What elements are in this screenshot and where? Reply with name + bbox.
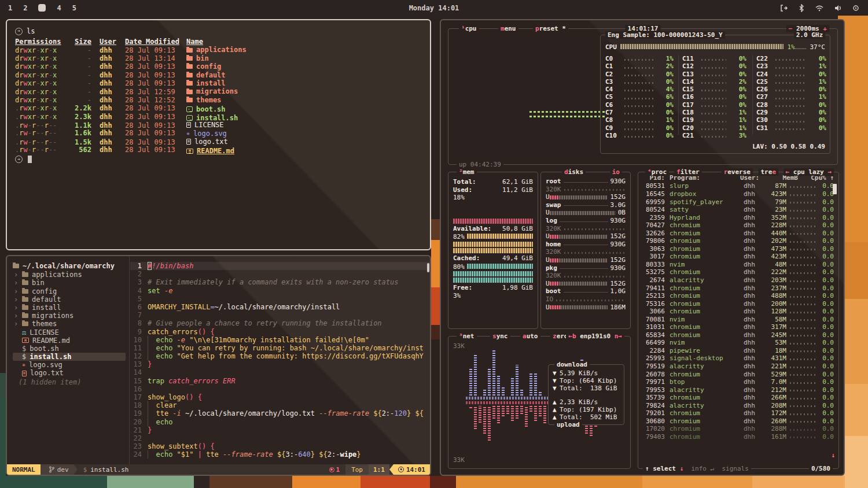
proc-selection-count: 0/580 xyxy=(809,465,833,472)
disks-panel-title[interactable]: disks xyxy=(562,168,586,176)
process-row-2674[interactable]: 2674alacrittydhh203M0.0 xyxy=(638,276,838,284)
proc-footer-hints: ↑ select ↓ info ↵ signals xyxy=(643,465,751,472)
process-row-25213[interactable]: 25213chromiumdhh488M0.0 xyxy=(638,292,838,300)
process-row-79824[interactable]: 79824alacrittydhh208M0.0 xyxy=(638,402,838,410)
bluetooth-icon[interactable] xyxy=(798,4,805,12)
workspace-3-active[interactable] xyxy=(38,4,46,12)
io-toggle[interactable]: io xyxy=(610,168,622,176)
network-icon[interactable] xyxy=(815,4,824,12)
filter-button[interactable]: filter xyxy=(674,168,702,176)
file-tree-root[interactable]: ~/.local/share/omarchy xyxy=(13,262,129,270)
tree-item-logo.txt[interactable]: logo.txt xyxy=(13,369,129,377)
workspace-4[interactable]: 4 xyxy=(57,4,61,12)
code-line-16: 16 xyxy=(130,385,430,393)
process-row-79971[interactable]: 79971btopdhh7.0M0.0 xyxy=(638,378,838,386)
mem-cached-percent: 80% xyxy=(453,263,465,271)
mem-total-value: 62,1 GiB xyxy=(502,178,533,186)
core-row-C6: C60% xyxy=(605,101,674,109)
process-row-3066[interactable]: 3066chromiumdhh128M0.0 xyxy=(638,308,838,316)
code-line-6: 6OMARCHY_INSTALL=~/.local/share/omarchy/… xyxy=(130,303,430,311)
tree-item-boot.sh[interactable]: $boot.sh xyxy=(13,345,129,353)
ls-row: drwxr-xr-x-dhh28 Jul 12:52themes xyxy=(15,96,422,104)
process-row-79201[interactable]: 79201chromiumdhh172M0.0 xyxy=(638,409,838,417)
editor-pane[interactable]: 1#!/bin/bash23# Exit immediately if a co… xyxy=(130,256,430,464)
process-row-66499[interactable]: 66499nvimdhh53M0.0 xyxy=(638,339,838,347)
auto-button[interactable]: auto xyxy=(520,332,540,340)
sync-button[interactable]: sync xyxy=(490,332,510,340)
proc-panel-title[interactable]: ⁴proc xyxy=(645,168,669,176)
code-line-24: 24▏ echo "$1" | tte --frame-rate ${3:-64… xyxy=(130,450,430,459)
disk-entry-pkg: pkg930G320KU152G xyxy=(546,264,626,288)
markdown-icon xyxy=(22,338,29,343)
process-row-79519[interactable]: 79519alacrittydhh221M0.0 xyxy=(638,363,838,371)
process-row-3017[interactable]: 3017chromiumdhh423M0.0 xyxy=(638,253,838,261)
load-average: LAV: 0.50 0.58 0.49 xyxy=(752,143,825,150)
logout-icon[interactable] xyxy=(779,4,788,12)
process-row-80333[interactable]: 80333nvimdhh48M0.0 xyxy=(638,261,838,269)
workspace-5[interactable]: 5 xyxy=(72,4,76,12)
process-row-17020[interactable]: 17020chromiumdhh288M0.0 xyxy=(638,425,838,433)
tree-item-themes[interactable]: ›themes xyxy=(13,320,129,328)
sort-selector[interactable]: ← cpu lazy → xyxy=(784,168,834,176)
process-row-35739[interactable]: 35739chromiumdhh266M0.0 xyxy=(638,394,838,402)
btop-window[interactable]: ¹cpu menu preset * 14:01:17 − 2000ms + u… xyxy=(440,19,845,476)
cpu-panel-title[interactable]: ¹cpu xyxy=(459,25,479,32)
process-row-25993[interactable]: 25993signal-desktopdhh431M0.0 xyxy=(638,354,838,363)
preset-button[interactable]: preset * xyxy=(533,25,568,32)
settings-icon[interactable] xyxy=(852,4,860,12)
process-row-16545[interactable]: 16545dropboxdhh423M0.0 xyxy=(638,190,838,198)
tree-item-default[interactable]: ›default xyxy=(13,295,129,304)
tree-item-LICENSE[interactable]: ⚖LICENSE xyxy=(13,328,129,337)
editor-scrollbar[interactable] xyxy=(427,263,429,272)
tree-item-install[interactable]: ›install xyxy=(13,304,129,312)
code-line-8: 8# Give people a chance to retry running… xyxy=(130,319,430,327)
process-row-69959[interactable]: 69959spotify_playerdhh79M0.0 xyxy=(638,198,838,206)
process-row-79806[interactable]: 79806chromiumdhh202M0.0 xyxy=(638,237,838,245)
process-row-79953[interactable]: 79953alacrittydhh212M0.0 xyxy=(638,386,838,394)
process-row-2284[interactable]: 2284pipewiredhh18M0.0 xyxy=(638,347,838,355)
memory-panel-title[interactable]: ²mem xyxy=(457,168,477,176)
tree-item-README.md[interactable]: README.md xyxy=(13,337,129,345)
tree-button[interactable]: tree xyxy=(759,168,779,176)
core-row-C22: C220% xyxy=(756,55,826,62)
interface-selector[interactable]: ←b enp191s0 n→ xyxy=(566,332,624,340)
process-row-2359[interactable]: 2359Hyprlanddhh352M0.0 xyxy=(638,214,838,222)
tree-item-logo.svg[interactable]: ✳logo.svg xyxy=(13,361,129,369)
workspace-1[interactable]: 1 xyxy=(8,4,12,12)
terminal-window[interactable]: ➜ ls PermissionsSizeUserDate ModifiedNam… xyxy=(6,19,431,250)
mem-used-bar xyxy=(453,219,533,224)
process-row-65834[interactable]: 65834chromiumdhh245M0.0 xyxy=(638,331,838,339)
process-row-80531[interactable]: 80531slurpdhh87M0.0 xyxy=(638,182,838,190)
menu-button[interactable]: menu xyxy=(498,25,518,32)
tree-item-applications[interactable]: ›applications xyxy=(13,271,129,279)
code-line-11: 11▏ echo "You can retry by running: bash… xyxy=(130,344,430,352)
process-row-75316[interactable]: 75316chromiumdhh200M0.0 xyxy=(638,300,838,308)
tree-item-migrations[interactable]: ›migrations xyxy=(13,312,129,320)
workspace-2[interactable]: 2 xyxy=(23,4,27,12)
scroll-down-indicator[interactable]: ↓ xyxy=(831,452,835,459)
process-row-53275[interactable]: 53275chromiumdhh222M0.0 xyxy=(638,268,838,276)
tree-item-config[interactable]: ›config xyxy=(13,287,129,295)
process-row-79411[interactable]: 79411chromiumdhh237M0.0 xyxy=(638,284,838,293)
core-row-C12: C120% xyxy=(682,62,746,70)
code-line-19: 19▏ tte -i ~/.local/share/omarchy/logo.t… xyxy=(130,409,430,417)
process-row-26078[interactable]: 26078chromiumdhh529M0.0 xyxy=(638,371,838,379)
reverse-button[interactable]: reverse xyxy=(722,168,753,176)
process-row-31031[interactable]: 31031chromiumdhh317M0.0 xyxy=(638,323,838,331)
shell-prompt-2[interactable]: ➜ xyxy=(15,155,422,164)
volume-icon[interactable] xyxy=(834,4,842,12)
process-row-32626[interactable]: 32626chromiumdhh440M0.0 xyxy=(638,230,838,238)
process-row-70081[interactable]: 70081nvimdhh58M0.0 xyxy=(638,316,838,324)
folder-icon xyxy=(13,264,19,268)
neovim-window[interactable]: ~/.local/share/omarchy ›applications›bin… xyxy=(6,255,431,476)
process-row-30680[interactable]: 30680chromiumdhh260M0.0 xyxy=(638,417,838,426)
process-row-70427[interactable]: 70427chromiumdhh228M0.0 xyxy=(638,221,838,230)
tree-item-install.sh[interactable]: $install.sh xyxy=(13,353,126,361)
proc-scrollbar[interactable] xyxy=(833,184,837,194)
process-row-80524[interactable]: 80524sattydhh23M0.0 xyxy=(638,206,838,214)
tree-item-bin[interactable]: ›bin xyxy=(13,279,129,287)
net-panel-title[interactable]: ³net xyxy=(457,332,477,340)
process-row-3063[interactable]: 3063chromiumdhh473M0.0 xyxy=(638,245,838,253)
process-row-79403[interactable]: 79403chromiumdhh161M0.0 xyxy=(638,433,838,441)
core-row-C17: C170% xyxy=(682,101,746,109)
